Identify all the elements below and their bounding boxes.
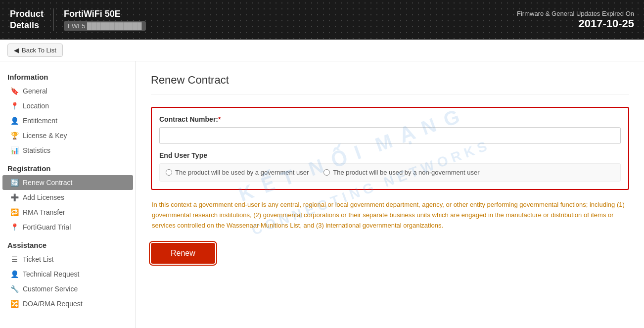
sidebar-item-entitlement[interactable]: 👤 Entitlement xyxy=(0,113,136,128)
transfer-icon: 🔁 xyxy=(10,208,19,216)
info-text: In this context a government end-user is… xyxy=(151,200,629,231)
bookmark-icon: 🔖 xyxy=(10,87,19,95)
radio-government-option[interactable]: The product will be used by a government… xyxy=(166,169,309,176)
radio-government-input[interactable] xyxy=(166,169,172,176)
section-registration: Registration xyxy=(0,160,136,175)
renew-button-wrapper: Renew xyxy=(151,243,629,264)
sidebar-item-license-key[interactable]: 🏆 License & Key xyxy=(0,128,136,143)
renew-icon: 🔄 xyxy=(10,179,19,187)
header-product-title: Product Details xyxy=(10,8,54,32)
sidebar-item-ticket-list[interactable]: ☰ Ticket List xyxy=(0,252,136,267)
sidebar-item-location[interactable]: 📍 Location xyxy=(0,98,136,113)
header-device-info: FortiWiFi 50E FWF5 ████████████ xyxy=(64,9,146,31)
sidebar-item-technical-request[interactable]: 👤 Technical Request xyxy=(0,267,136,281)
sidebar-item-renew-contract[interactable]: 🔄 Renew Contract xyxy=(2,175,133,190)
trophy-icon: 🏆 xyxy=(10,132,19,140)
renew-button[interactable]: Renew xyxy=(151,243,215,264)
person2-icon: 👤 xyxy=(10,270,19,278)
list-icon: ☰ xyxy=(10,255,19,263)
back-button-label: Back To List xyxy=(22,47,56,54)
doa-icon: 🔀 xyxy=(10,300,19,308)
location-icon: 📍 xyxy=(10,102,19,110)
radio-non-government-input[interactable] xyxy=(323,169,330,176)
main-wrapper: K Ế T N Ố I M Ạ N G CONNECTING NETWORKS … xyxy=(136,61,644,328)
contract-number-section: Contract Number:* End User Type The prod… xyxy=(151,107,629,190)
sidebar: Information 🔖 General 📍 Location 👤 Entit… xyxy=(0,61,136,328)
plus-icon: ➕ xyxy=(10,193,19,201)
pin-icon: 📍 xyxy=(10,223,19,231)
back-to-list-button[interactable]: ◀ Back To List xyxy=(7,44,63,57)
contract-number-input[interactable] xyxy=(159,127,621,144)
device-serial: FWF5 ████████████ xyxy=(64,21,146,31)
section-information: Information xyxy=(0,69,136,84)
expiry-label: Firmware & General Updates Expired On xyxy=(517,10,634,17)
page-layout: Information 🔖 General 📍 Location 👤 Entit… xyxy=(0,61,644,328)
sidebar-item-customer-service[interactable]: 🔧 Customer Service xyxy=(0,281,136,296)
end-user-type-label: End User Type xyxy=(159,151,621,159)
page-title: Renew Contract xyxy=(151,74,629,94)
end-user-radio-group: The product will be used by a government… xyxy=(159,163,621,182)
back-icon: ◀ xyxy=(14,47,19,54)
sidebar-item-rma-transfer[interactable]: 🔁 RMA Transfer xyxy=(0,205,136,220)
sidebar-item-statistics[interactable]: 📊 Statistics xyxy=(0,143,136,158)
person-icon: 👤 xyxy=(10,117,19,125)
page-header: Product Details FortiWiFi 50E FWF5 █████… xyxy=(0,0,644,40)
contract-number-label: Contract Number:* xyxy=(159,115,621,123)
device-name: FortiWiFi 50E xyxy=(64,9,146,19)
sidebar-item-doa-rma-request[interactable]: 🔀 DOA/RMA Request xyxy=(0,296,136,311)
main-content: Renew Contract Contract Number:* End Use… xyxy=(136,61,644,328)
radio-non-government-option[interactable]: The product will be used by a non-govern… xyxy=(323,169,479,176)
chart-icon: 📊 xyxy=(10,146,19,154)
header-expiry: Firmware & General Updates Expired On 20… xyxy=(517,10,634,30)
sidebar-item-add-licenses[interactable]: ➕ Add Licenses xyxy=(0,190,136,205)
sidebar-item-fortiguard-trial[interactable]: 📍 FortiGuard Trial xyxy=(0,220,136,234)
service-icon: 🔧 xyxy=(10,285,19,293)
end-user-section: End User Type The product will be used b… xyxy=(159,151,621,182)
toolbar: ◀ Back To List xyxy=(0,40,644,61)
expiry-date: 2017-10-25 xyxy=(517,17,634,30)
section-assistance: Assistance xyxy=(0,237,136,252)
sidebar-item-general[interactable]: 🔖 General xyxy=(0,84,136,98)
